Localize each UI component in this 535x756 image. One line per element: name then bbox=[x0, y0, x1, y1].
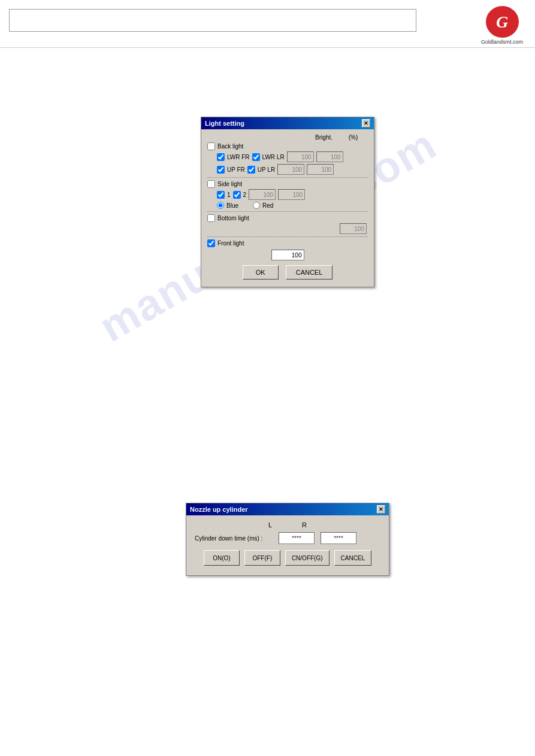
nozzle-dialog-title: Nozzle up cylinder bbox=[190, 506, 248, 513]
cylinder-row: Cylinder down time (ms) : **** **** bbox=[195, 532, 380, 544]
back-light-checkbox[interactable] bbox=[207, 142, 215, 150]
on-off-button[interactable]: CN/OFF(G) bbox=[285, 550, 330, 566]
logo-circle: G bbox=[486, 6, 519, 38]
header: G Goldlandsmt.com bbox=[0, 0, 535, 48]
front-light-label: Front light bbox=[217, 240, 244, 247]
blue-radio[interactable] bbox=[217, 202, 224, 209]
up-row: UP FR UP LR 100 100 bbox=[217, 164, 368, 175]
cylinder-label: Cylinder down time (ms) : bbox=[195, 535, 273, 542]
up-fr-label: UP FR bbox=[227, 166, 245, 173]
ok-button[interactable]: OK bbox=[243, 265, 279, 280]
front-light-section: Front light 100 bbox=[207, 239, 368, 260]
side-color-row: Blue Red bbox=[217, 202, 368, 209]
side-inputs: 100 100 bbox=[249, 189, 305, 200]
side-num-row: 1 2 100 100 bbox=[217, 189, 368, 200]
side-1-input[interactable]: 100 bbox=[249, 189, 276, 200]
logo: G Goldlandsmt.com bbox=[478, 6, 526, 45]
side-light-section: Side light 1 2 100 100 Blue R bbox=[207, 180, 368, 209]
bottom-light-checkbox[interactable] bbox=[207, 214, 215, 222]
side-2-label: 2 bbox=[243, 192, 247, 198]
l-header: L bbox=[268, 521, 272, 529]
light-dialog-content: Bright. (%) Back light LWR FR LWR LR 100… bbox=[201, 129, 374, 287]
on-button[interactable]: ON(O) bbox=[204, 550, 240, 566]
off-button[interactable]: OFF(F) bbox=[244, 550, 280, 566]
nozzle-cancel-button[interactable]: CANCEL bbox=[334, 550, 372, 566]
up-lr-label: UP LR bbox=[258, 166, 275, 173]
lwr-lr-label: LWR LR bbox=[262, 154, 285, 160]
back-light-row: Back light bbox=[207, 142, 368, 150]
side-2-checkbox[interactable] bbox=[233, 191, 241, 199]
back-light-label: Back light bbox=[217, 143, 243, 150]
nozzle-content: L R Cylinder down time (ms) : **** **** … bbox=[186, 515, 389, 575]
bottom-light-section: Bottom light 100 bbox=[207, 214, 368, 234]
light-dialog-title: Light setting bbox=[205, 120, 244, 127]
front-light-row: Front light bbox=[207, 239, 368, 247]
cylinder-r-input[interactable]: **** bbox=[321, 532, 356, 544]
back-light-section: Back light LWR FR LWR LR 100 100 UP FR bbox=[207, 142, 368, 175]
lwr-inputs: 100 100 bbox=[287, 151, 343, 162]
light-button-row: OK CANCEL bbox=[207, 265, 368, 282]
red-radio[interactable] bbox=[253, 202, 260, 209]
bottom-light-label: Bottom light bbox=[217, 215, 249, 221]
side-2-input[interactable]: 100 bbox=[278, 189, 305, 200]
logo-letter: G bbox=[496, 13, 508, 32]
header-input[interactable] bbox=[9, 9, 416, 32]
nozzle-dialog: Nozzle up cylinder ✕ L R Cylinder down t… bbox=[186, 503, 389, 576]
nozzle-dialog-close[interactable]: ✕ bbox=[377, 505, 385, 514]
logo-text: Goldlandsmt.com bbox=[481, 39, 523, 45]
bottom-input[interactable]: 100 bbox=[340, 223, 367, 234]
nozzle-lr-header: L R bbox=[195, 521, 380, 529]
front-input[interactable]: 100 bbox=[271, 250, 304, 260]
nozzle-button-row: ON(O) OFF(F) CN/OFF(G) CANCEL bbox=[195, 550, 380, 569]
up-fr-input[interactable]: 100 bbox=[277, 164, 304, 175]
bright-pct: (%) bbox=[340, 134, 367, 141]
lwr-fr-input[interactable]: 100 bbox=[287, 151, 314, 162]
side-light-row: Side light bbox=[207, 180, 368, 188]
lwr-row: LWR FR LWR LR 100 100 bbox=[217, 151, 368, 162]
side-light-checkbox[interactable] bbox=[207, 180, 215, 188]
up-fr-checkbox[interactable] bbox=[217, 166, 225, 174]
red-label: Red bbox=[262, 202, 273, 209]
nozzle-dialog-titlebar: Nozzle up cylinder ✕ bbox=[186, 503, 389, 515]
front-light-checkbox[interactable] bbox=[207, 239, 215, 247]
cylinder-l-input[interactable]: **** bbox=[279, 532, 315, 544]
light-setting-dialog: Light setting ✕ Bright. (%) Back light L… bbox=[201, 117, 374, 287]
side-light-label: Side light bbox=[217, 181, 242, 187]
cancel-button[interactable]: CANCEL bbox=[286, 265, 333, 280]
light-dialog-close[interactable]: ✕ bbox=[362, 119, 370, 127]
side-1-checkbox[interactable] bbox=[217, 191, 225, 199]
lwr-lr-checkbox[interactable] bbox=[252, 153, 260, 161]
lwr-lr-input[interactable]: 100 bbox=[316, 151, 343, 162]
up-lr-input[interactable]: 100 bbox=[307, 164, 334, 175]
lwr-fr-label: LWR FR bbox=[227, 154, 250, 160]
up-lr-checkbox[interactable] bbox=[247, 166, 255, 174]
r-header: R bbox=[302, 521, 307, 529]
up-inputs: 100 100 bbox=[277, 164, 334, 175]
bottom-light-row: Bottom light bbox=[207, 214, 368, 222]
light-dialog-titlebar: Light setting ✕ bbox=[201, 117, 374, 129]
bright-label: Bright. bbox=[310, 134, 337, 141]
blue-label: Blue bbox=[226, 202, 238, 209]
side-1-label: 1 bbox=[227, 192, 231, 198]
lwr-fr-checkbox[interactable] bbox=[217, 153, 225, 161]
bright-header: Bright. (%) bbox=[207, 134, 368, 141]
